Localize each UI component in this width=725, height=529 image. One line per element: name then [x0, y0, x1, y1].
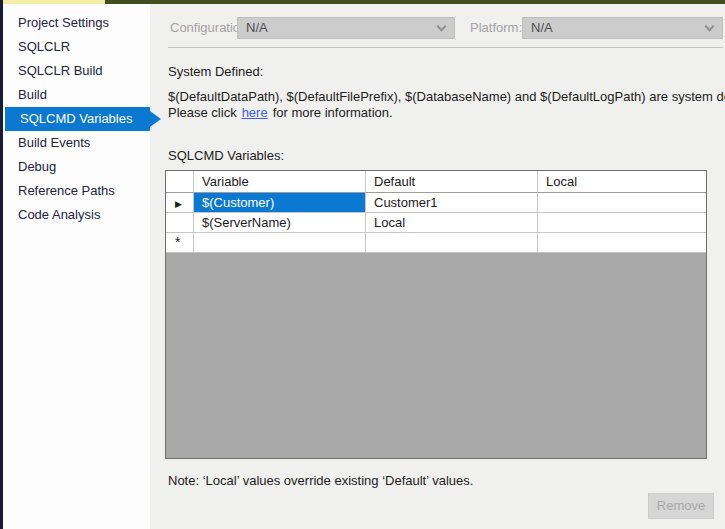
top-strip-olive — [105, 0, 725, 4]
window-left-border — [0, 0, 3, 529]
sqlcmd-variables-label: SQLCMD Variables: — [168, 148, 284, 163]
row-selector[interactable] — [166, 213, 194, 233]
platform-label: Platform: — [470, 17, 522, 39]
sidebar-item-reference-paths[interactable]: Reference Paths — [3, 179, 150, 203]
chevron-down-icon — [437, 22, 447, 32]
sidebar-item-label: SQLCMD Variables — [20, 111, 132, 126]
sidebar-item-sqlclr-build[interactable]: SQLCLR Build — [3, 59, 150, 83]
platform-value: N/A — [531, 20, 553, 35]
new-row-asterisk-icon: * — [175, 234, 180, 250]
selected-tab-arrow-icon — [150, 111, 161, 127]
grid-cell-variable[interactable]: $(Customer) — [194, 193, 366, 213]
sqlcmd-variables-grid: Variable Default Local ▶ $(Customer) Cus… — [165, 170, 707, 459]
line2-suffix: for more information. — [273, 105, 393, 120]
sidebar-item-debug[interactable]: Debug — [3, 155, 150, 179]
grid-cell-default[interactable]: Customer1 — [366, 193, 538, 213]
grid-header-row: Variable Default Local — [166, 171, 706, 193]
line2-prefix: Please click — [168, 105, 237, 120]
system-defined-heading: System Defined: — [168, 64, 263, 79]
table-row-new: * — [166, 233, 706, 253]
sidebar-item-project-settings[interactable]: Project Settings — [3, 11, 150, 35]
sidebar-item-sqlcmd-variables[interactable]: SQLCMD Variables — [5, 107, 150, 131]
grid-cell-variable[interactable]: $(ServerName) — [194, 213, 366, 233]
row-selector[interactable]: * — [166, 233, 194, 253]
main-content-panel: Configuration: N/A Platform: N/A System … — [150, 4, 725, 529]
current-row-arrow-icon: ▶ — [175, 199, 182, 209]
system-defined-line1: $(DefaultDataPath), $(DefaultFilePrefix)… — [168, 89, 725, 104]
grid-cell-default[interactable]: Local — [366, 213, 538, 233]
header-divider — [168, 47, 723, 48]
column-header-variable[interactable]: Variable — [194, 171, 366, 193]
sidebar-item-build[interactable]: Build — [3, 83, 150, 107]
more-info-link[interactable]: here — [242, 105, 268, 120]
grid-cell-local[interactable] — [538, 233, 706, 253]
grid-cell-variable[interactable] — [194, 233, 366, 253]
configuration-value: N/A — [246, 20, 268, 35]
platform-dropdown[interactable]: N/A — [522, 17, 723, 39]
properties-sidebar: Project Settings SQLCLR SQLCLR Build Bui… — [3, 4, 150, 529]
grid-corner-cell — [166, 171, 194, 193]
top-strip-yellow — [3, 0, 105, 4]
table-row: $(ServerName) Local — [166, 213, 706, 233]
column-header-local[interactable]: Local — [538, 171, 706, 193]
configuration-dropdown[interactable]: N/A — [237, 17, 455, 39]
sidebar-item-code-analysis[interactable]: Code Analysis — [3, 203, 150, 227]
sidebar-item-build-events[interactable]: Build Events — [3, 131, 150, 155]
note-text: Note: ‘Local’ values override existing ‘… — [168, 473, 473, 488]
system-defined-line2: Please clickherefor more information. — [168, 105, 393, 120]
sidebar-nav-list: Project Settings SQLCLR SQLCLR Build Bui… — [3, 4, 150, 227]
grid-cell-local[interactable] — [538, 193, 706, 213]
chevron-down-icon — [705, 22, 715, 32]
table-row: ▶ $(Customer) Customer1 — [166, 193, 706, 213]
remove-button[interactable]: Remove — [648, 493, 714, 519]
row-selector[interactable]: ▶ — [166, 193, 194, 213]
column-header-default[interactable]: Default — [366, 171, 538, 193]
grid-cell-default[interactable] — [366, 233, 538, 253]
sidebar-item-sqlclr[interactable]: SQLCLR — [3, 35, 150, 59]
grid-cell-local[interactable] — [538, 213, 706, 233]
